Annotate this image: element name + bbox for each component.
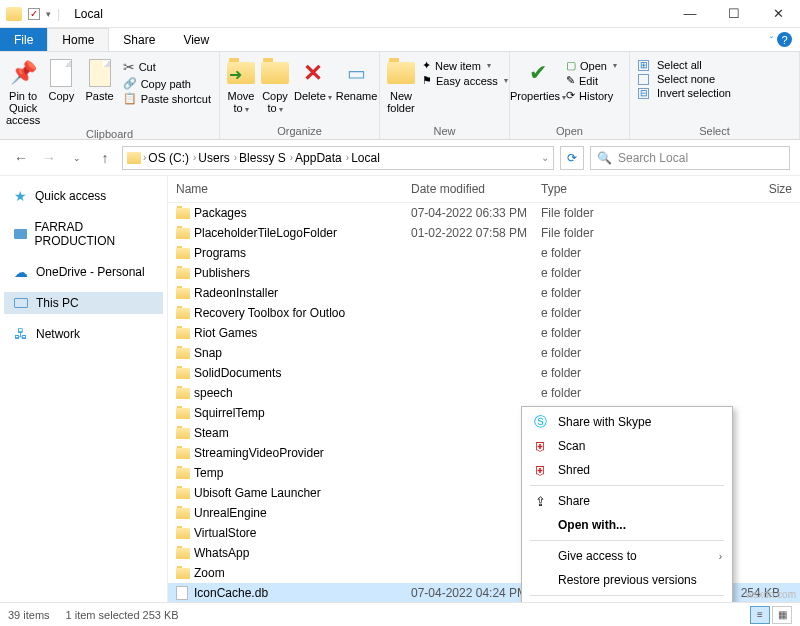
new-item-button[interactable]: ✦New item▾ [418, 58, 512, 73]
ctx-openwith[interactable]: Open with... [524, 513, 730, 537]
table-row[interactable]: Snape folder [168, 343, 800, 363]
ribbon-collapse-icon[interactable]: ˇ [770, 35, 773, 45]
recent-dropdown[interactable]: ⌄ [66, 147, 88, 169]
table-row[interactable]: Riot Gamese folder [168, 323, 800, 343]
tab-home[interactable]: Home [47, 28, 109, 51]
file-name: RadeonInstaller [194, 286, 411, 300]
table-row[interactable]: RadeonInstallere folder [168, 283, 800, 303]
file-name: Snap [194, 346, 411, 360]
help-icon[interactable]: ? [777, 32, 792, 47]
file-date: 01-02-2022 07:58 PM [411, 226, 541, 240]
qat-checkbox[interactable]: ✓ [28, 8, 40, 20]
table-row[interactable]: Programse folder [168, 243, 800, 263]
sidebar-item-network[interactable]: 🖧Network [4, 322, 163, 346]
paste-shortcut-button[interactable]: 📋Paste shortcut [119, 91, 215, 106]
sidebar-item-onedrive[interactable]: ☁OneDrive - Personal [4, 260, 163, 284]
file-name: Zoom [194, 566, 411, 580]
ctx-sendto[interactable]: Send to› [524, 599, 730, 602]
group-organize-label: Organize [220, 125, 379, 139]
breadcrumb[interactable]: › OS (C:)› Users› Blessy S› AppData› Loc… [122, 146, 554, 170]
refresh-button[interactable]: ⟳ [560, 146, 584, 170]
group-clipboard-label: Clipboard [0, 128, 219, 142]
group-select-label: Select [630, 125, 799, 139]
sidebar-item-thispc[interactable]: This PC [4, 292, 163, 314]
sidebar-item-farrad[interactable]: FARRAD PRODUCTION [4, 216, 163, 252]
file-list: Name Date modified Type Size Packages07-… [168, 176, 800, 602]
move-to-button[interactable]: ➜Move to▾ [224, 56, 258, 117]
breadcrumb-seg[interactable]: Users› [198, 151, 237, 165]
tab-share[interactable]: Share [109, 28, 169, 51]
statusbar: 39 items 1 item selected 253 KB ≡ ▦ [0, 602, 800, 626]
table-row[interactable]: Packages07-04-2022 06:33 PMFile folder [168, 203, 800, 223]
copy-path-button[interactable]: 🔗Copy path [119, 76, 215, 91]
properties-button[interactable]: ✔Properties▾ [514, 56, 562, 105]
open-icon: ▢ [566, 59, 576, 72]
search-placeholder: Search Local [618, 151, 688, 165]
breadcrumb-seg[interactable]: OS (C:)› [148, 151, 196, 165]
folder-icon [176, 568, 190, 579]
copy-label: Copy [49, 90, 75, 102]
select-none-button[interactable]: Select none [634, 72, 735, 86]
pin-quick-access-button[interactable]: 📌Pin to Quick access [4, 56, 42, 128]
edit-button[interactable]: ✎Edit [562, 73, 621, 88]
group-open-label: Open [510, 125, 629, 139]
header-date[interactable]: Date modified [403, 176, 533, 202]
delete-button[interactable]: ✕Delete▾ [292, 56, 334, 105]
file-name: Riot Games [194, 326, 411, 340]
select-all-button[interactable]: ⊞Select all [634, 58, 735, 72]
up-button[interactable]: ↑ [94, 147, 116, 169]
new-folder-button[interactable]: New folder [384, 56, 418, 116]
table-row[interactable]: Recovery Toolbox for Outlooe folder [168, 303, 800, 323]
paste-button[interactable]: Paste [80, 56, 118, 104]
ctx-shred[interactable]: ⛨Shred [524, 458, 730, 482]
disk-icon [14, 229, 27, 239]
qat-dropdown[interactable]: ▾ [46, 9, 51, 19]
ctx-share-skype[interactable]: ⓈShare with Skype [524, 410, 730, 434]
table-row[interactable]: SolidDocumentse folder [168, 363, 800, 383]
ctx-share[interactable]: ⇪Share [524, 489, 730, 513]
invert-selection-button[interactable]: ⊟Invert selection [634, 86, 735, 100]
forward-button[interactable]: → [38, 147, 60, 169]
copy-to-button[interactable]: Copy to▾ [258, 56, 292, 117]
skype-icon: Ⓢ [532, 413, 548, 431]
rename-button[interactable]: ▭Rename [334, 56, 380, 104]
folder-icon [176, 328, 190, 339]
file-type: e folder [541, 246, 641, 260]
copy-button[interactable]: Copy [42, 56, 80, 104]
search-input[interactable]: 🔍 Search Local [590, 146, 790, 170]
ctx-giveaccess[interactable]: Give access to› [524, 544, 730, 568]
view-thumbnails-button[interactable]: ▦ [772, 606, 792, 624]
view-details-button[interactable]: ≡ [750, 606, 770, 624]
star-icon: ★ [14, 188, 27, 204]
header-size[interactable]: Size [633, 176, 800, 202]
minimize-button[interactable]: — [668, 0, 712, 28]
table-row[interactable]: speeche folder [168, 383, 800, 403]
maximize-button[interactable]: ☐ [712, 0, 756, 28]
ctx-restore[interactable]: Restore previous versions [524, 568, 730, 592]
breadcrumb-seg[interactable]: Local [351, 151, 380, 165]
file-type: e folder [541, 386, 641, 400]
close-button[interactable]: ✕ [756, 0, 800, 28]
sidebar-item-quickaccess[interactable]: ★Quick access [4, 184, 163, 208]
open-button[interactable]: ▢Open▾ [562, 58, 621, 73]
table-row[interactable]: Publisherse folder [168, 263, 800, 283]
navbar: ← → ⌄ ↑ › OS (C:)› Users› Blessy S› AppD… [0, 140, 800, 176]
cloud-icon: ☁ [14, 264, 28, 280]
tab-file[interactable]: File [0, 28, 47, 51]
tab-view[interactable]: View [169, 28, 223, 51]
back-button[interactable]: ← [10, 147, 32, 169]
table-row[interactable]: PlaceholderTileLogoFolder01-02-2022 07:5… [168, 223, 800, 243]
easy-access-button[interactable]: ⚑Easy access▾ [418, 73, 512, 88]
file-type: e folder [541, 366, 641, 380]
history-icon: ⟳ [566, 89, 575, 102]
breadcrumb-seg[interactable]: Blessy S› [239, 151, 293, 165]
breadcrumb-seg[interactable]: AppData› [295, 151, 349, 165]
header-name[interactable]: Name [168, 176, 403, 202]
copypath-icon: 🔗 [123, 77, 137, 90]
context-menu: ⓈShare with Skype ⛨Scan ⛨Shred ⇪Share Op… [521, 406, 733, 602]
header-type[interactable]: Type [533, 176, 633, 202]
ctx-scan[interactable]: ⛨Scan [524, 434, 730, 458]
history-button[interactable]: ⟳History [562, 88, 621, 103]
breadcrumb-dropdown[interactable]: ⌄ [541, 152, 549, 163]
cut-button[interactable]: ✂Cut [119, 58, 215, 76]
